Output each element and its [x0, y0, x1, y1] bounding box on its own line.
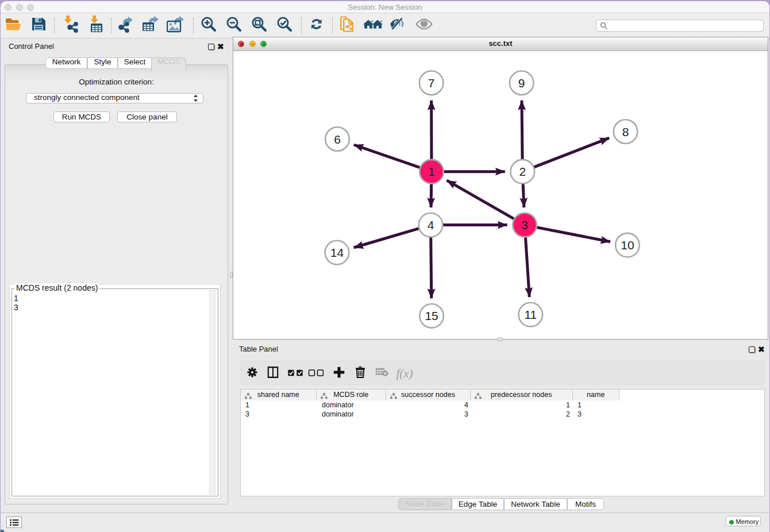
svg-text:6: 6: [334, 133, 341, 146]
svg-text:8: 8: [622, 125, 629, 138]
svg-text:10: 10: [621, 238, 634, 252]
svg-text:3: 3: [521, 218, 528, 232]
svg-text:11: 11: [524, 308, 537, 321]
svg-text:7: 7: [428, 76, 435, 90]
svg-text:2: 2: [519, 165, 526, 178]
svg-text:9: 9: [518, 76, 525, 90]
svg-text:4: 4: [428, 218, 434, 232]
svg-text:14: 14: [330, 246, 344, 259]
svg-text:15: 15: [425, 309, 438, 322]
svg-text:1: 1: [428, 165, 435, 178]
